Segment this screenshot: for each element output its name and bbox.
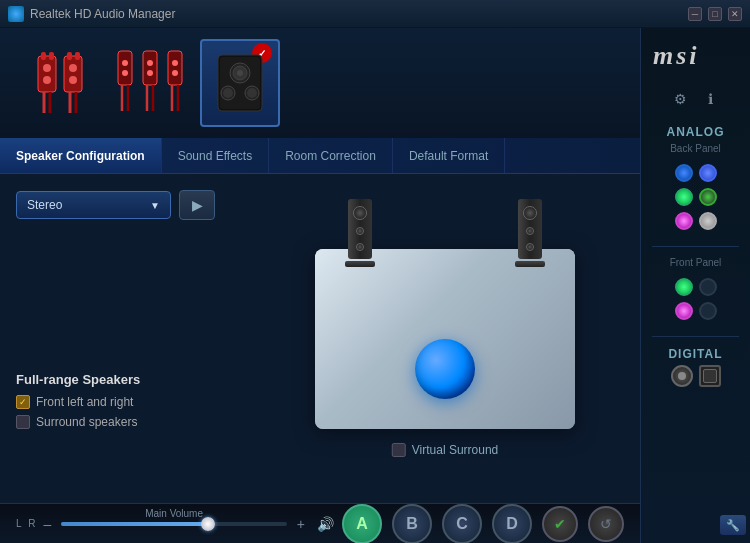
digital-coax-icon[interactable]: [671, 365, 693, 387]
virtual-surround-checkbox[interactable]: [392, 443, 406, 457]
settings-row: ⚙ ℹ: [671, 89, 721, 109]
svg-point-15: [122, 60, 128, 66]
tab-sound-effects[interactable]: Sound Effects: [162, 138, 270, 173]
back-jack-blue-2[interactable]: [699, 164, 717, 182]
speaker-circle-right-top: [523, 206, 537, 220]
tabs-area: Speaker Configuration Sound Effects Room…: [0, 138, 640, 174]
speaker-circle-left-top: [353, 206, 367, 220]
speakers-section: Full-range Speakers ✓ Front left and rig…: [16, 372, 236, 435]
front-speakers-checkbox[interactable]: ✓: [16, 395, 30, 409]
check-icon: ✔: [554, 516, 566, 532]
svg-point-16: [122, 70, 128, 76]
play-button[interactable]: ▶: [179, 190, 215, 220]
svg-point-9: [69, 76, 77, 84]
info-icon[interactable]: ℹ: [701, 89, 721, 109]
dropdown-arrow-icon: ▼: [150, 200, 160, 211]
refresh-icon: ↺: [600, 516, 612, 532]
svg-point-8: [69, 64, 77, 72]
digital-icons: [671, 365, 721, 387]
svg-rect-5: [64, 56, 82, 92]
tab-default-format[interactable]: Default Format: [393, 138, 505, 173]
lr-labels: L R: [16, 518, 36, 529]
svg-rect-7: [75, 52, 80, 60]
btn-c[interactable]: C: [442, 504, 482, 544]
content-area: Stereo ▼ ▶ Full-range Speakers ✓ Front l…: [0, 174, 640, 503]
separator-2: [652, 336, 739, 337]
minimize-button[interactable]: ─: [688, 7, 702, 21]
tab-speaker-config[interactable]: Speaker Configuration: [0, 138, 162, 173]
back-jack-row-2: [675, 188, 717, 206]
wrench-button[interactable]: 🔧: [720, 515, 746, 535]
svg-rect-20: [168, 51, 182, 85]
btn-d[interactable]: D: [492, 504, 532, 544]
volume-bar: L R – Main Volume + 🔊 A B: [0, 503, 640, 543]
close-button[interactable]: ✕: [728, 7, 742, 21]
jack-strip: ✓: [0, 28, 640, 138]
svg-rect-14: [118, 51, 132, 85]
vol-minus: –: [44, 516, 52, 532]
svg-rect-6: [67, 52, 72, 60]
svg-point-21: [172, 60, 178, 66]
tower-body-right: [518, 199, 542, 259]
jack-item-1[interactable]: [20, 39, 100, 127]
svg-point-18: [147, 60, 153, 66]
svg-rect-17: [143, 51, 157, 85]
svg-point-37: [223, 88, 233, 98]
speaker-circle-right-mid: [526, 227, 534, 235]
reset-button[interactable]: ↺: [588, 506, 624, 542]
title-bar-controls: ─ □ ✕: [688, 7, 742, 21]
app-icon: [8, 6, 24, 22]
speaker-circle-left-mid: [356, 227, 364, 235]
title-bar: Realtek HD Audio Manager ─ □ ✕: [0, 0, 750, 28]
speaker-mode-dropdown[interactable]: Stereo ▼: [16, 191, 171, 219]
back-jack-green-1[interactable]: [675, 188, 693, 206]
speaker-icon: 🔊: [317, 516, 334, 532]
jack-item-2[interactable]: [110, 39, 190, 127]
dropdown-row: Stereo ▼ ▶: [16, 190, 236, 220]
back-jack-pink-1[interactable]: [675, 212, 693, 230]
front-panel-label: Front Panel: [670, 257, 722, 268]
surround-speakers-checkbox[interactable]: [16, 415, 30, 429]
coax-inner: [678, 372, 686, 380]
jack-item-3[interactable]: ✓: [200, 39, 280, 127]
digital-label: DIGITAL: [668, 347, 722, 361]
svg-text:msi: msi: [653, 41, 700, 70]
main-volume-slider[interactable]: [61, 522, 286, 526]
tab-room-correction[interactable]: Room Correction: [269, 138, 393, 173]
back-jack-pink-2[interactable]: [699, 212, 717, 230]
front-jack-empty-2[interactable]: [699, 302, 717, 320]
svg-point-22: [172, 70, 178, 76]
msi-logo: msi: [651, 38, 741, 77]
svg-rect-1: [41, 52, 46, 60]
back-jack-green-2[interactable]: [699, 188, 717, 206]
front-jack-empty-1[interactable]: [699, 278, 717, 296]
slider-fill: [61, 522, 208, 526]
l-label: L: [16, 518, 22, 529]
front-jack-row-1: [675, 278, 717, 296]
surround-speakers-label: Surround speakers: [36, 415, 137, 429]
speaker-visualization: Virtual Surround: [266, 190, 624, 487]
optical-inner: [703, 369, 717, 383]
btn-a[interactable]: A: [342, 504, 382, 544]
surround-speakers-row: Surround speakers: [16, 415, 236, 429]
digital-optical-icon[interactable]: [699, 365, 721, 387]
front-speakers-label: Front left and right: [36, 395, 133, 409]
volume-title: Main Volume: [145, 508, 203, 519]
left-panel: Stereo ▼ ▶ Full-range Speakers ✓ Front l…: [16, 190, 236, 487]
back-jack-row-3: [675, 212, 717, 230]
front-jack-pink-1[interactable]: [675, 302, 693, 320]
slider-thumb[interactable]: [201, 517, 215, 531]
wrench-icon: 🔧: [726, 519, 740, 532]
speaker-circle-right-bot: [526, 243, 534, 251]
gear-icon[interactable]: ⚙: [671, 89, 691, 109]
virtual-surround-label: Virtual Surround: [412, 443, 499, 457]
maximize-button[interactable]: □: [708, 7, 722, 21]
play-icon: ▶: [192, 197, 203, 213]
front-jack-green-1[interactable]: [675, 278, 693, 296]
apply-button[interactable]: ✔: [542, 506, 578, 542]
stage-inner: [315, 249, 575, 429]
btn-b[interactable]: B: [392, 504, 432, 544]
back-panel-label: Back Panel: [670, 143, 721, 154]
svg-rect-0: [38, 56, 56, 92]
back-jack-blue-1[interactable]: [675, 164, 693, 182]
